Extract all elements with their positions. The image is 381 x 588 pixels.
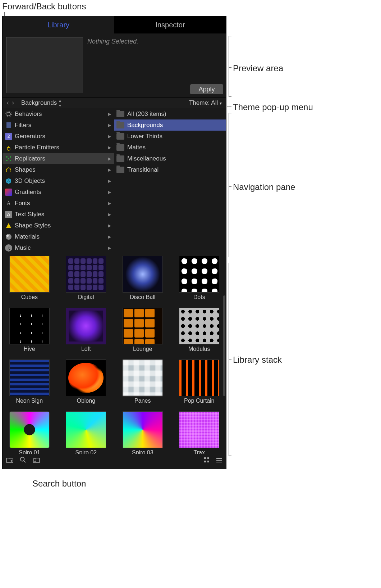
svg-point-10: [6, 234, 12, 240]
disclosure-arrow-icon: ▶: [108, 212, 111, 217]
subfolder-backgrounds[interactable]: Backgrounds: [114, 119, 226, 131]
svg-point-6: [10, 156, 11, 158]
music-icon: ♫: [5, 244, 13, 252]
category-gradients[interactable]: Gradients▶: [3, 186, 114, 198]
navigation-pane: Behaviors▶Filters▶2Generators▶Particle E…: [3, 108, 226, 252]
item-thumbnail: [66, 256, 106, 293]
item-thumbnail: [9, 256, 50, 293]
annotation-navpane: Navigation pane: [233, 182, 295, 192]
category-particle-emitters[interactable]: Particle Emitters▶: [3, 142, 114, 153]
item-thumbnail: [66, 308, 106, 344]
filmstrip-icon: [5, 121, 13, 129]
new-folder-button[interactable]: [6, 457, 13, 465]
category-text-styles[interactable]: AText Styles▶: [3, 209, 114, 220]
subfolder-all-203-items-[interactable]: All (203 items): [114, 108, 226, 119]
subfolder-miscellaneous[interactable]: Miscellaneous: [114, 153, 226, 164]
disclosure-arrow-icon: ▶: [108, 223, 111, 228]
category-music[interactable]: ♫Music▶: [3, 242, 114, 252]
folder-icon: [116, 144, 124, 151]
folder-icon: [116, 155, 124, 162]
tab-inspector[interactable]: Inspector: [114, 16, 226, 33]
subfolder-lower-thirds[interactable]: Lower Thirds: [114, 131, 226, 142]
item-label: Spiro 01: [5, 449, 54, 454]
category-replicators[interactable]: Replicators▶: [3, 153, 114, 164]
category-materials[interactable]: Materials▶: [3, 231, 114, 242]
svg-point-12: [20, 457, 24, 461]
item-hive[interactable]: Hive: [5, 308, 54, 352]
item-digital[interactable]: Digital: [62, 256, 110, 300]
forward-button[interactable]: ›: [10, 99, 15, 107]
item-thumbnail: [179, 308, 219, 344]
category-shapes[interactable]: Shapes▶: [3, 164, 114, 175]
path-button[interactable]: [33, 457, 40, 465]
svg-point-0: [7, 112, 10, 116]
item-spiro-03[interactable]: Spiro 03: [119, 411, 167, 454]
tab-library[interactable]: Library: [3, 16, 114, 33]
list-view-button[interactable]: [216, 457, 222, 465]
disclosure-arrow-icon: ▶: [108, 145, 111, 150]
item-thumbnail: [9, 308, 50, 344]
svg-rect-14: [34, 459, 36, 462]
item-modulus[interactable]: Modulus: [175, 308, 224, 352]
item-label: Trax: [175, 449, 224, 454]
folder-icon: [116, 133, 124, 140]
g2-icon: 2: [5, 132, 13, 140]
preview-area: Nothing Selected. Apply: [3, 33, 226, 98]
item-panes[interactable]: Panes: [119, 359, 167, 404]
item-thumbnail: [179, 256, 219, 293]
svg-rect-15: [204, 457, 206, 459]
item-loft[interactable]: Loft: [62, 308, 110, 352]
item-spiro-01[interactable]: Spiro 01: [5, 411, 54, 454]
folder-icon: [116, 111, 124, 117]
annotation-fwd-back: Forward/Back buttons: [2, 1, 86, 12]
disclosure-arrow-icon: ▶: [108, 190, 111, 195]
back-button[interactable]: ‹: [5, 99, 10, 107]
item-label: Spiro 02: [62, 449, 110, 454]
fontA-icon: A: [5, 199, 13, 207]
item-dots[interactable]: Dots: [175, 256, 224, 300]
breadcrumb[interactable]: Backgrounds: [21, 99, 57, 107]
item-thumbnail: [123, 308, 163, 344]
item-lounge[interactable]: Lounge: [119, 308, 167, 352]
disclosure-arrow-icon: ▶: [108, 156, 111, 161]
item-trax[interactable]: Trax: [175, 411, 224, 454]
item-spiro-02[interactable]: Spiro 02: [62, 411, 110, 454]
subfolder-mattes[interactable]: Mattes: [114, 142, 226, 153]
apply-button[interactable]: Apply: [190, 84, 223, 94]
item-neon-sign[interactable]: Neon Sign: [5, 359, 54, 404]
annotation-theme: Theme pop-up menu: [233, 102, 313, 112]
item-label: Cubes: [5, 294, 54, 300]
item-pop-curtain[interactable]: Pop Curtain: [175, 359, 224, 404]
item-disco-ball[interactable]: Disco Ball: [119, 256, 167, 300]
library-stack: CubesDigitalDisco BallDotsHiveLoftLounge…: [3, 252, 226, 454]
item-cubes[interactable]: Cubes: [5, 256, 54, 300]
svg-rect-18: [207, 461, 209, 462]
category-generators[interactable]: 2Generators▶: [3, 131, 114, 142]
category-behaviors[interactable]: Behaviors▶: [3, 108, 114, 119]
breadcrumb-stepper-icon[interactable]: ▴▾: [59, 98, 61, 108]
search-button[interactable]: [20, 457, 26, 465]
item-thumbnail: [123, 411, 163, 448]
icon-view-button[interactable]: [204, 457, 210, 465]
replicator-icon: [5, 155, 13, 163]
item-label: Disco Ball: [119, 294, 167, 300]
gradient-icon: [5, 188, 13, 196]
disclosure-arrow-icon: ▶: [108, 234, 111, 239]
category-fonts[interactable]: AFonts▶: [3, 198, 114, 209]
subfolder-transitional[interactable]: Transitional: [114, 164, 226, 175]
item-label: Modulus: [175, 346, 224, 352]
category-filters[interactable]: Filters▶: [3, 119, 114, 131]
category-shape-styles[interactable]: Shape Styles▶: [3, 220, 114, 231]
theme-popup[interactable]: Theme: All ▾: [189, 99, 222, 107]
annotation-libstack: Library stack: [233, 355, 282, 365]
cube3d-icon: [5, 177, 13, 185]
category-3d-objects[interactable]: 3D Objects▶: [3, 175, 114, 186]
scrollbar[interactable]: [223, 295, 225, 396]
svg-point-5: [6, 156, 8, 158]
item-thumbnail: [9, 411, 50, 448]
item-oblong[interactable]: Oblong: [62, 359, 110, 404]
item-thumbnail: [179, 359, 219, 396]
folder-icon: [116, 122, 124, 128]
item-label: Spiro 03: [119, 449, 167, 454]
library-panel: Library Inspector Nothing Selected. Appl…: [2, 16, 226, 469]
